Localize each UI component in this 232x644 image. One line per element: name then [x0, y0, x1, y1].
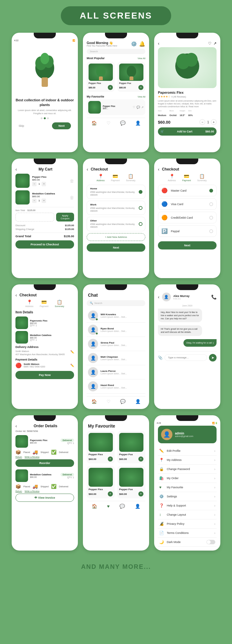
pay-now-button[interactable]: Pay Now: [15, 371, 74, 379]
splash-plant-svg: [32, 52, 57, 87]
order-item-2-right: Delivered QTY: 1: [61, 473, 74, 479]
checkout-addr-next-button[interactable]: Next: [87, 244, 145, 252]
nav-user-icon[interactable]: 👤: [135, 120, 141, 126]
chat-item-1[interactable]: 👤 Will Knowles Lorem ipsum dolor... Stet…: [87, 309, 145, 323]
nav-heart-chat[interactable]: ♡: [107, 399, 111, 404]
addr-home-radio[interactable]: [139, 190, 142, 194]
payment-edit-icon[interactable]: ✏️: [70, 364, 74, 367]
send-button[interactable]: ➤: [209, 354, 217, 361]
reorder-button[interactable]: Reorder: [15, 459, 74, 467]
chat-item-3[interactable]: 👤 Sirena Paul Lorem ipsum dolor... Stet.…: [87, 337, 145, 351]
grand-total-row: Grand Total $135.00: [15, 235, 74, 238]
dark-mode-toggle[interactable]: [206, 540, 215, 544]
qty-1-increase[interactable]: +: [42, 182, 46, 186]
nav-home-fav[interactable]: 🏠: [92, 504, 97, 509]
chat-item-2[interactable]: 👤 Ryan Bond Lorem ipsum dolor... Stet...: [87, 323, 145, 337]
fav-card-1-add[interactable]: +: [108, 456, 113, 462]
menu-change-layout[interactable]: ↕️ Change Layout ›: [158, 510, 217, 519]
bell-icon[interactable]: 🔔: [139, 41, 145, 47]
checkout-pay-back[interactable]: ‹: [158, 167, 160, 172]
fav-card-3-add[interactable]: +: [108, 491, 113, 496]
delete-item-1-icon[interactable]: 🗑: [70, 178, 74, 183]
paypal-radio[interactable]: [209, 229, 213, 233]
attach-icon[interactable]: 📎: [158, 356, 163, 360]
checkout-pay-next-button[interactable]: Next: [158, 241, 217, 249]
chat-search-bar[interactable]: 🔍 Search: [87, 300, 145, 306]
proceed-checkout-button[interactable]: Proceed to Checkout: [15, 240, 74, 249]
next-button[interactable]: Next: [52, 122, 71, 129]
mastercard-radio[interactable]: [209, 189, 213, 193]
credit-radio[interactable]: [209, 216, 213, 220]
menu-privacy[interactable]: 🔏 Privacy Policy ›: [158, 519, 217, 529]
filter-icon[interactable]: ⚙️: [131, 41, 137, 47]
call-icon[interactable]: 📞: [211, 294, 217, 300]
coupon-input[interactable]: [15, 213, 54, 221]
nav-chat-fav[interactable]: 💬: [119, 504, 125, 509]
qty-2-increase[interactable]: +: [42, 199, 46, 203]
review-link-2[interactable]: Write a Review: [25, 490, 39, 492]
qty-decrease[interactable]: −: [200, 119, 205, 125]
wishlist-icon[interactable]: ♡: [208, 41, 212, 46]
add-new-address-button[interactable]: + Add New Address: [87, 233, 145, 241]
view-all-popular[interactable]: View All: [138, 57, 145, 59]
menu-settings[interactable]: ⚙️ Settings ›: [158, 492, 217, 501]
share-icon[interactable]: ↗: [141, 106, 144, 109]
chat-avatar-wrapper-2: 👤: [88, 325, 98, 335]
apply-coupon-button[interactable]: Apply Coupon: [56, 213, 74, 221]
nav-user-fav[interactable]: 👤: [135, 504, 140, 509]
nav-heart-fav[interactable]: ♥: [107, 504, 110, 509]
review-link-1[interactable]: Write a Review: [25, 456, 39, 458]
addr-work-radio[interactable]: [139, 206, 142, 210]
fav-card-3: Pepper Flex $60.00 +: [87, 466, 115, 498]
nav-home-chat[interactable]: 🏠: [91, 399, 97, 404]
view-all-fav[interactable]: View All: [138, 96, 145, 98]
nav-chat-icon[interactable]: 💬: [120, 120, 125, 126]
menu-help[interactable]: ❓ Help & Support ›: [158, 501, 217, 510]
skip-button[interactable]: Skip: [19, 124, 24, 127]
fav-card-4-add[interactable]: +: [138, 491, 143, 496]
add-to-cart-button[interactable]: 🛒 Add to Cart $60.00: [158, 127, 217, 136]
return-link-2[interactable]: Return: [15, 490, 22, 492]
nav-heart-icon[interactable]: ♡: [107, 120, 111, 126]
heart-icon[interactable]: ♡: [133, 106, 135, 109]
menu-terms[interactable]: 📄 Terms Conditions ›: [158, 529, 217, 538]
return-link-1[interactable]: Return: [15, 456, 22, 458]
fav-card-2-add[interactable]: +: [138, 456, 143, 462]
delivery-edit-icon[interactable]: ✏️: [70, 350, 74, 354]
menu-dark-mode[interactable]: 🌙 Dark Mode: [158, 538, 217, 547]
product-name: Paperomic Flex: [158, 91, 217, 94]
chat-item-5[interactable]: 👤 Laura Pierce Lorem ipsum dolor... Stet…: [87, 365, 145, 379]
menu-my-favourite[interactable]: ♥ My Favourite ›: [158, 483, 217, 492]
summary-item-2-qty: QTY: 1: [30, 339, 74, 341]
nav-user-chat[interactable]: 👤: [135, 399, 141, 404]
qty-increase[interactable]: +: [211, 119, 217, 125]
menu-edit-profile[interactable]: ✏️ Edit Profile ›: [158, 446, 217, 456]
msg-input-field[interactable]: [165, 354, 207, 361]
nav-home-icon[interactable]: 🏠: [91, 120, 97, 126]
checkout-addr-back[interactable]: ‹: [87, 167, 88, 172]
qty-2-decrease[interactable]: −: [32, 199, 37, 203]
menu-my-address[interactable]: 📍 My Address ›: [158, 456, 217, 465]
chat-preview-3: Lorem ipsum dolor... Stet...: [101, 344, 144, 346]
add-plant-1-button[interactable]: +: [108, 85, 113, 90]
edit-profile-icon: ✏️: [159, 449, 164, 453]
share-icon[interactable]: ↗: [213, 41, 217, 46]
back-button[interactable]: ‹: [158, 41, 160, 46]
chat-item-4[interactable]: 👤 Matt Chapman Lorem ipsum dolor... Stet…: [87, 351, 145, 365]
view-invoice-button[interactable]: 👁 View Invoice: [15, 494, 74, 502]
add-plant-2-button[interactable]: +: [138, 85, 143, 90]
chat-detail-back[interactable]: ‹: [158, 294, 160, 300]
order-summary-content: Item Details Paperomic Flex $60.00 QTY: …: [15, 311, 74, 379]
nav-chat-chat[interactable]: 💬: [120, 399, 125, 404]
delete-item-2-icon[interactable]: 🗑: [70, 195, 74, 200]
menu-change-password[interactable]: 🔒 Change Password ›: [158, 465, 217, 474]
summary-back[interactable]: ‹: [15, 293, 17, 298]
chat-icon[interactable]: 💬: [136, 106, 140, 109]
menu-my-order[interactable]: 🛍️ My Order ›: [158, 474, 217, 483]
chat-item-6[interactable]: 👤 Hazel Reed Lorem ipsum dolor... Stet..…: [87, 379, 145, 394]
qty-1-decrease[interactable]: −: [32, 182, 37, 186]
addr-other-radio[interactable]: [139, 222, 142, 226]
visa-radio[interactable]: [209, 202, 213, 206]
shipped-label: Shipped: [40, 451, 49, 453]
search-bar[interactable]: Search: [87, 49, 145, 54]
